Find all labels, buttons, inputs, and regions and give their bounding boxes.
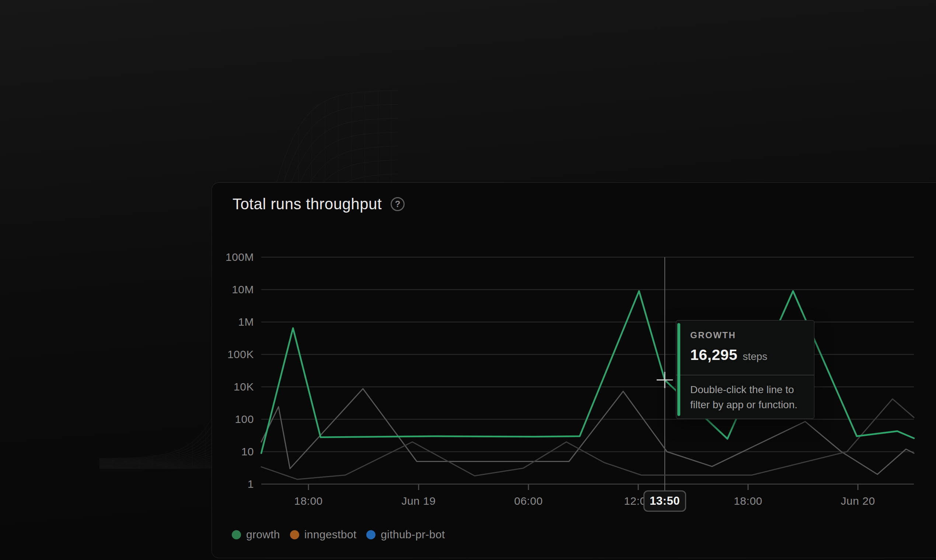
y-tick-label: 1 (210, 478, 254, 490)
crosshair-time-badge: 13:50 (644, 490, 686, 512)
tooltip-value-section: GROWTH 16,295 steps (676, 320, 814, 375)
legend-dot-icon (366, 530, 376, 539)
page: { "card": { "title": "Total runs through… (0, 0, 936, 560)
x-tick-label: 06:00 (491, 495, 565, 507)
tooltip-unit: steps (742, 351, 767, 363)
tooltip-hint-line2: filter by app or function. (690, 397, 804, 412)
y-tick-label: 10 (210, 445, 254, 458)
y-tick-label: 1M (210, 316, 254, 328)
x-tick-label: Jun 20 (821, 495, 895, 507)
chart-legend: growthinngestbotgithub-pr-bot (232, 528, 445, 541)
tooltip-hint-line1: Double-click the line to (690, 382, 804, 397)
help-icon[interactable]: ? (391, 197, 405, 211)
card-title: Total runs throughput (232, 195, 382, 213)
card-header: Total runs throughput ? (232, 195, 405, 213)
x-tick-label: 18:00 (711, 495, 785, 507)
y-tick-label: 10K (210, 381, 254, 393)
x-tick-label: Jun 19 (382, 495, 456, 507)
x-tick-label: 18:00 (272, 495, 345, 507)
tooltip-hint: Double-click the line to filter by app o… (676, 375, 814, 412)
y-tick-label: 100 (210, 413, 254, 426)
legend-label: github-pr-bot (381, 528, 445, 541)
y-tick-label: 100K (210, 348, 254, 361)
legend-label: inngestbot (304, 528, 356, 541)
tooltip-value: 16,295 (690, 346, 737, 364)
legend-item-growth[interactable]: growth (232, 528, 280, 541)
tooltip-series-accent-bar (677, 323, 680, 416)
legend-dot-icon (290, 530, 299, 539)
y-tick-label: 10M (210, 283, 254, 296)
chart-tooltip: GROWTH 16,295 steps Double-click the lin… (676, 320, 814, 419)
tooltip-series-name: GROWTH (690, 330, 804, 340)
y-tick-label: 100M (210, 251, 254, 263)
legend-item-github-pr-bot[interactable]: github-pr-bot (366, 528, 445, 541)
legend-label: growth (246, 528, 280, 541)
legend-dot-icon (232, 530, 241, 539)
legend-item-inngestbot[interactable]: inngestbot (290, 528, 356, 541)
